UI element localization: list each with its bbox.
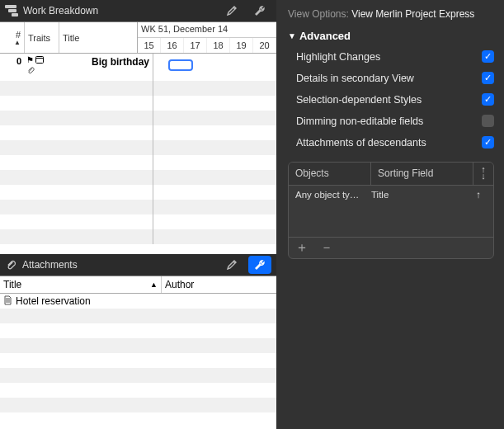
outline-icon	[5, 5, 18, 16]
wb-column-headers: # ▲ Traits Title WK 51, December 14 15 1…	[0, 22, 276, 54]
option-label: Attachments of descendants	[296, 137, 482, 148]
checkbox[interactable]	[482, 115, 494, 127]
sort-row-field: Title	[371, 190, 470, 200]
calendar-icon	[35, 55, 44, 65]
gantt-week-header: WK 51, December 14	[138, 22, 276, 38]
row-title: Big birthday	[59, 54, 153, 81]
attachment-row[interactable]: Hotel reservation	[0, 294, 276, 309]
sort-col-direction[interactable]: ↑↓	[473, 163, 493, 185]
sort-col-objects[interactable]: Objects	[289, 163, 371, 185]
row-traits: ⚑	[25, 54, 59, 81]
settings-wrench-button[interactable]	[248, 2, 271, 20]
gantt-day: 20	[253, 38, 276, 53]
sort-col-field[interactable]: Sorting Field	[371, 163, 473, 185]
attachment-title: Hotel reservation	[16, 295, 91, 307]
gantt-task-bar[interactable]	[168, 59, 193, 71]
advanced-section-title: Advanced	[299, 30, 351, 42]
remove-sort-rule-button[interactable]: －	[320, 239, 333, 257]
gantt-day: 15	[138, 38, 161, 53]
col-number[interactable]: # ▲	[0, 22, 25, 53]
sort-indicator-icon: ▲	[150, 280, 158, 289]
sort-col-objects-label: Objects	[295, 167, 329, 179]
attachments-column-headers: Title ▲ Author	[0, 276, 276, 294]
option-details-secondary[interactable]: Details in secondary View ✓	[296, 72, 494, 84]
option-label: Highlight Changes	[296, 51, 482, 63]
sort-col-field-label: Sorting Field	[378, 167, 433, 179]
att-col-title[interactable]: Title ▲	[0, 276, 162, 293]
attachments-title: Attachments	[22, 259, 215, 271]
option-label: Dimming non-editable fields	[296, 116, 482, 127]
attachments-icon	[5, 259, 17, 271]
flag-icon: ⚑	[26, 55, 34, 65]
attachment-icon	[26, 66, 35, 77]
disclosure-triangle-icon: ▼	[288, 31, 296, 40]
att-col-author[interactable]: Author	[162, 276, 276, 293]
sort-rule-row[interactable]: Any object ty… Title ↑	[289, 186, 493, 204]
att-col-author-label: Author	[165, 279, 194, 290]
advanced-section-toggle[interactable]: ▼ Advanced	[288, 30, 494, 42]
row-number: 0	[0, 54, 25, 81]
option-label: Details in secondary View	[296, 73, 482, 84]
col-traits[interactable]: Traits	[25, 22, 59, 53]
option-highlight-changes[interactable]: Highlight Changes ✓	[296, 50, 494, 63]
option-selection-styles[interactable]: Selection-dependent Styles ✓	[296, 93, 494, 106]
add-sort-rule-button[interactable]: ＋	[295, 239, 309, 257]
style-brush-button[interactable]	[220, 256, 243, 274]
checkbox[interactable]: ✓	[482, 93, 494, 106]
sort-indicator-icon: ▲	[14, 40, 21, 45]
sort-row-dir: ↑	[470, 190, 487, 200]
checkbox[interactable]: ✓	[482, 136, 494, 148]
col-traits-label: Traits	[28, 33, 55, 43]
view-options-label: View Options:	[288, 8, 349, 20]
settings-wrench-button[interactable]	[248, 256, 271, 274]
col-title[interactable]: Title	[59, 22, 137, 53]
col-title-label: Title	[63, 33, 134, 43]
style-brush-button[interactable]	[220, 2, 243, 20]
gantt-day: 19	[230, 38, 253, 53]
option-label: Selection-dependent Styles	[296, 94, 482, 106]
table-row[interactable]: 0 ⚑ Big birthda	[0, 54, 276, 81]
sorting-table: Objects Sorting Field ↑↓ Any object ty… …	[288, 162, 494, 259]
option-dimming[interactable]: Dimming non-editable fields	[296, 115, 494, 127]
svg-rect-0	[36, 57, 44, 64]
view-options-header: View Options: View Merlin Project Expres…	[288, 8, 494, 20]
option-attachments-descendants[interactable]: Attachments of descendants ✓	[296, 136, 494, 148]
gantt-day: 17	[184, 38, 207, 53]
view-options-value: View Merlin Project Express	[351, 8, 474, 20]
gantt-day: 16	[161, 38, 184, 53]
document-icon	[3, 295, 12, 308]
sort-row-object: Any object ty…	[295, 190, 371, 200]
checkbox[interactable]: ✓	[482, 50, 494, 63]
checkbox[interactable]: ✓	[482, 72, 494, 84]
gantt-day: 18	[207, 38, 230, 53]
att-col-title-label: Title	[3, 279, 21, 290]
work-breakdown-title: Work Breakdown	[23, 5, 215, 16]
